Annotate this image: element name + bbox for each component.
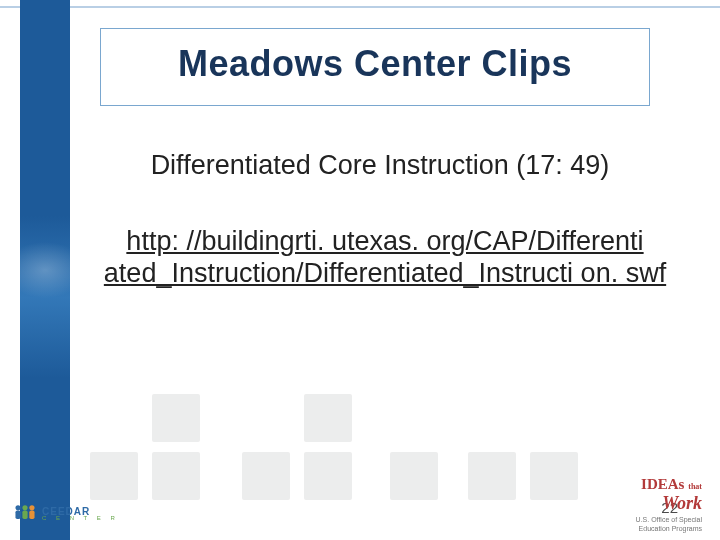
svg-point-2 (22, 505, 27, 510)
top-accent-line (0, 6, 720, 8)
svg-rect-1 (15, 510, 20, 519)
square-icon (530, 452, 578, 500)
svg-point-0 (15, 505, 20, 510)
slide: Meadows Center Clips Differentiated Core… (0, 0, 720, 540)
ceedar-text-wrap: CEEDAR C E N T E R (42, 506, 119, 521)
subtitle-text: Differentiated Core Instruction (17: 49) (100, 150, 660, 181)
ideas-that-work-logo: IDEAs that Work U.S. Office of Special E… (582, 476, 702, 532)
people-icon (12, 502, 38, 524)
decorative-squares (90, 390, 650, 500)
square-icon (152, 452, 200, 500)
left-blue-band (20, 0, 70, 540)
svg-rect-5 (29, 510, 34, 519)
ideas-word: IDEAs (641, 476, 684, 492)
work-word: Work (662, 493, 702, 513)
square-icon (90, 452, 138, 500)
square-icon (304, 452, 352, 500)
square-icon (390, 452, 438, 500)
ceedar-logo-sub: C E N T E R (42, 515, 119, 521)
square-icon (304, 394, 352, 442)
office-line2: Education Programs (582, 525, 702, 532)
office-line1: U.S. Office of Special (582, 516, 702, 523)
that-word: that (688, 482, 702, 491)
resource-link[interactable]: http: //buildingrti. utexas. org/CAP/Dif… (100, 225, 670, 290)
svg-rect-3 (22, 510, 27, 519)
title-box: Meadows Center Clips (100, 28, 650, 106)
square-icon (152, 394, 200, 442)
ceedar-logo: CEEDAR C E N T E R (12, 496, 132, 530)
slide-title: Meadows Center Clips (111, 43, 639, 85)
ideas-logo-text: IDEAs that Work (582, 476, 702, 514)
square-icon (468, 452, 516, 500)
square-icon (242, 452, 290, 500)
svg-point-4 (29, 505, 34, 510)
